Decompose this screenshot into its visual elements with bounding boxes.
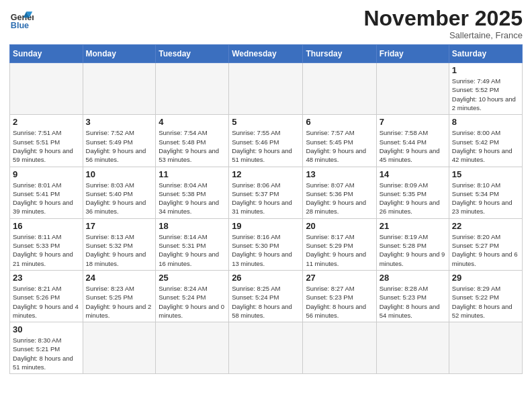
header-monday: Monday bbox=[83, 45, 156, 63]
day-info: Sunrise: 8:14 AM Sunset: 5:31 PM Dayligh… bbox=[159, 232, 226, 268]
week-row-4: 16Sunrise: 8:11 AM Sunset: 5:33 PM Dayli… bbox=[10, 218, 523, 270]
calendar-cell: 7Sunrise: 7:58 AM Sunset: 5:44 PM Daylig… bbox=[376, 115, 449, 167]
day-number: 19 bbox=[232, 221, 300, 231]
calendar-cell: 19Sunrise: 8:16 AM Sunset: 5:30 PM Dayli… bbox=[229, 218, 303, 270]
header: General Blue November 2025 Sallertaine, … bbox=[9, 7, 523, 40]
day-info: Sunrise: 8:03 AM Sunset: 5:40 PM Dayligh… bbox=[86, 181, 153, 216]
title-block: November 2025 Sallertaine, France bbox=[363, 7, 523, 40]
day-info: Sunrise: 8:21 AM Sunset: 5:26 PM Dayligh… bbox=[13, 284, 80, 320]
header-thursday: Thursday bbox=[303, 45, 376, 63]
day-number: 21 bbox=[380, 221, 446, 231]
calendar-cell bbox=[10, 63, 83, 115]
day-info: Sunrise: 7:49 AM Sunset: 5:52 PM Dayligh… bbox=[452, 77, 519, 112]
day-number: 2 bbox=[13, 117, 80, 127]
day-number: 25 bbox=[159, 273, 226, 283]
day-info: Sunrise: 8:20 AM Sunset: 5:27 PM Dayligh… bbox=[452, 232, 519, 268]
day-info: Sunrise: 7:51 AM Sunset: 5:51 PM Dayligh… bbox=[13, 128, 80, 164]
day-number: 13 bbox=[306, 169, 373, 179]
calendar-cell: 17Sunrise: 8:13 AM Sunset: 5:32 PM Dayli… bbox=[83, 218, 156, 270]
day-number: 8 bbox=[452, 117, 519, 127]
day-number: 14 bbox=[380, 169, 446, 179]
day-number: 7 bbox=[380, 117, 446, 127]
header-tuesday: Tuesday bbox=[156, 45, 229, 63]
day-number: 26 bbox=[232, 273, 300, 283]
calendar-cell: 26Sunrise: 8:25 AM Sunset: 5:24 PM Dayli… bbox=[229, 270, 303, 322]
day-info: Sunrise: 8:16 AM Sunset: 5:30 PM Dayligh… bbox=[232, 232, 300, 268]
calendar-cell bbox=[156, 322, 229, 374]
calendar-cell bbox=[303, 322, 376, 374]
calendar-page: General Blue November 2025 Sallertaine, … bbox=[0, 0, 532, 411]
calendar-cell: 28Sunrise: 8:28 AM Sunset: 5:23 PM Dayli… bbox=[376, 270, 449, 322]
calendar-cell bbox=[229, 63, 303, 115]
day-info: Sunrise: 8:27 AM Sunset: 5:23 PM Dayligh… bbox=[306, 284, 373, 320]
day-number: 28 bbox=[380, 273, 446, 283]
calendar-cell: 25Sunrise: 8:24 AM Sunset: 5:24 PM Dayli… bbox=[156, 270, 229, 322]
day-number: 12 bbox=[232, 169, 300, 179]
calendar-cell: 14Sunrise: 8:09 AM Sunset: 5:35 PM Dayli… bbox=[376, 167, 449, 218]
calendar-cell: 1Sunrise: 7:49 AM Sunset: 5:52 PM Daylig… bbox=[449, 63, 522, 115]
calendar-cell: 10Sunrise: 8:03 AM Sunset: 5:40 PM Dayli… bbox=[83, 167, 156, 218]
day-number: 1 bbox=[452, 65, 519, 75]
calendar-cell: 16Sunrise: 8:11 AM Sunset: 5:33 PM Dayli… bbox=[10, 218, 83, 270]
calendar-cell bbox=[83, 63, 156, 115]
header-friday: Friday bbox=[376, 45, 449, 63]
day-number: 16 bbox=[13, 221, 80, 231]
header-row: SundayMondayTuesdayWednesdayThursdayFrid… bbox=[10, 45, 523, 63]
calendar-cell: 23Sunrise: 8:21 AM Sunset: 5:26 PM Dayli… bbox=[10, 270, 83, 322]
logo: General Blue bbox=[9, 7, 34, 31]
calendar-cell: 21Sunrise: 8:19 AM Sunset: 5:28 PM Dayli… bbox=[376, 218, 449, 270]
calendar-cell: 4Sunrise: 7:54 AM Sunset: 5:48 PM Daylig… bbox=[156, 115, 229, 167]
calendar-cell bbox=[229, 322, 303, 374]
header-sunday: Sunday bbox=[10, 45, 83, 63]
day-info: Sunrise: 8:01 AM Sunset: 5:41 PM Dayligh… bbox=[13, 181, 80, 216]
day-number: 20 bbox=[306, 221, 373, 231]
day-number: 15 bbox=[452, 169, 519, 179]
day-info: Sunrise: 8:24 AM Sunset: 5:24 PM Dayligh… bbox=[159, 284, 226, 320]
week-row-5: 23Sunrise: 8:21 AM Sunset: 5:26 PM Dayli… bbox=[10, 270, 523, 322]
calendar-cell: 15Sunrise: 8:10 AM Sunset: 5:34 PM Dayli… bbox=[449, 167, 522, 218]
day-number: 6 bbox=[306, 117, 373, 127]
day-number: 5 bbox=[232, 117, 300, 127]
day-info: Sunrise: 8:11 AM Sunset: 5:33 PM Dayligh… bbox=[13, 232, 80, 268]
calendar-cell bbox=[449, 322, 522, 374]
day-number: 18 bbox=[159, 221, 226, 231]
calendar-cell bbox=[303, 63, 376, 115]
svg-text:Blue: Blue bbox=[11, 21, 29, 30]
day-info: Sunrise: 7:57 AM Sunset: 5:45 PM Dayligh… bbox=[306, 128, 373, 164]
day-number: 30 bbox=[13, 324, 80, 334]
day-number: 22 bbox=[452, 221, 519, 231]
calendar-cell: 9Sunrise: 8:01 AM Sunset: 5:41 PM Daylig… bbox=[10, 167, 83, 218]
day-number: 10 bbox=[86, 169, 153, 179]
calendar-cell: 13Sunrise: 8:07 AM Sunset: 5:36 PM Dayli… bbox=[303, 167, 376, 218]
day-number: 23 bbox=[13, 273, 80, 283]
calendar-cell: 12Sunrise: 8:06 AM Sunset: 5:37 PM Dayli… bbox=[229, 167, 303, 218]
calendar-cell: 11Sunrise: 8:04 AM Sunset: 5:38 PM Dayli… bbox=[156, 167, 229, 218]
calendar-cell: 5Sunrise: 7:55 AM Sunset: 5:46 PM Daylig… bbox=[229, 115, 303, 167]
day-info: Sunrise: 8:10 AM Sunset: 5:34 PM Dayligh… bbox=[452, 181, 519, 216]
day-number: 17 bbox=[86, 221, 153, 231]
week-row-1: 1Sunrise: 7:49 AM Sunset: 5:52 PM Daylig… bbox=[10, 63, 523, 115]
location: Sallertaine, France bbox=[363, 30, 523, 40]
day-info: Sunrise: 8:19 AM Sunset: 5:28 PM Dayligh… bbox=[380, 232, 446, 268]
calendar-header: SundayMondayTuesdayWednesdayThursdayFrid… bbox=[10, 45, 523, 63]
calendar-cell bbox=[376, 63, 449, 115]
calendar-cell bbox=[83, 322, 156, 374]
day-info: Sunrise: 8:17 AM Sunset: 5:29 PM Dayligh… bbox=[306, 232, 373, 268]
day-info: Sunrise: 7:55 AM Sunset: 5:46 PM Dayligh… bbox=[232, 128, 300, 164]
calendar-cell: 8Sunrise: 8:00 AM Sunset: 5:42 PM Daylig… bbox=[449, 115, 522, 167]
month-title: November 2025 bbox=[363, 7, 523, 30]
day-number: 11 bbox=[159, 169, 226, 179]
day-info: Sunrise: 7:52 AM Sunset: 5:49 PM Dayligh… bbox=[86, 128, 153, 164]
week-row-2: 2Sunrise: 7:51 AM Sunset: 5:51 PM Daylig… bbox=[10, 115, 523, 167]
calendar-cell: 20Sunrise: 8:17 AM Sunset: 5:29 PM Dayli… bbox=[303, 218, 376, 270]
calendar-cell: 29Sunrise: 8:29 AM Sunset: 5:22 PM Dayli… bbox=[449, 270, 522, 322]
day-info: Sunrise: 8:00 AM Sunset: 5:42 PM Dayligh… bbox=[452, 128, 519, 164]
day-number: 27 bbox=[306, 273, 373, 283]
day-number: 24 bbox=[86, 273, 153, 283]
day-info: Sunrise: 8:30 AM Sunset: 5:21 PM Dayligh… bbox=[13, 336, 80, 371]
calendar-cell bbox=[156, 63, 229, 115]
day-info: Sunrise: 8:23 AM Sunset: 5:25 PM Dayligh… bbox=[86, 284, 153, 320]
calendar-cell: 22Sunrise: 8:20 AM Sunset: 5:27 PM Dayli… bbox=[449, 218, 522, 270]
logo-icon: General Blue bbox=[9, 7, 34, 31]
calendar-cell: 18Sunrise: 8:14 AM Sunset: 5:31 PM Dayli… bbox=[156, 218, 229, 270]
